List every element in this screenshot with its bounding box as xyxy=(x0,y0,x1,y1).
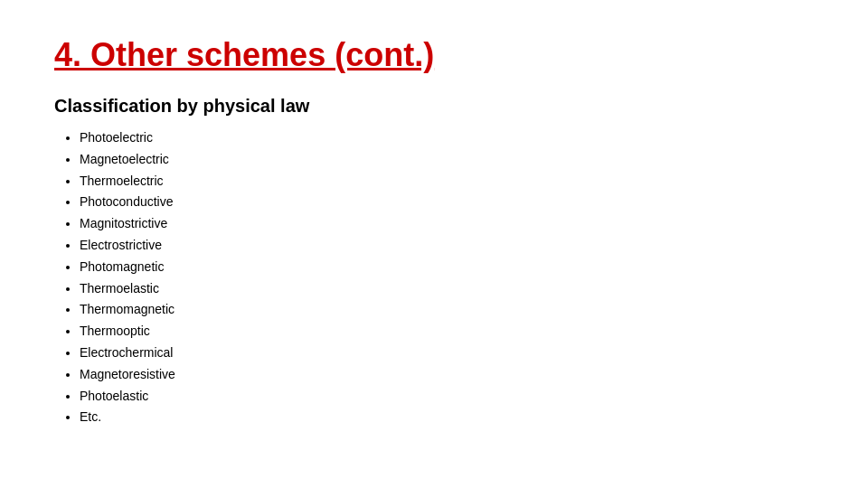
slide-title: 4. Other schemes (cont.) xyxy=(54,36,814,74)
list-item: Photomagnetic xyxy=(80,257,814,278)
list-item: Thermooptic xyxy=(80,321,814,343)
list-item: Thermomagnetic xyxy=(80,299,814,321)
list-item: Photoconductive xyxy=(80,192,814,213)
list-item: Magnetoelectric xyxy=(80,149,814,171)
bullet-list: PhotoelectricMagnetoelectricThermoelectr… xyxy=(54,127,814,428)
list-item: Magnitostrictive xyxy=(80,213,814,235)
list-item: Electrostrictive xyxy=(80,235,814,257)
slide-subtitle: Classification by physical law xyxy=(54,96,814,117)
list-item: Thermoelectric xyxy=(80,171,814,192)
slide: 4. Other schemes (cont.) Classification … xyxy=(0,0,868,488)
list-item: Thermoelastic xyxy=(80,278,814,300)
list-item: Etc. xyxy=(80,407,814,428)
list-item: Magnetoresistive xyxy=(80,364,814,386)
list-item: Photoelectric xyxy=(80,127,814,149)
list-item: Photoelastic xyxy=(80,386,814,408)
list-item: Electrochermical xyxy=(80,343,814,364)
